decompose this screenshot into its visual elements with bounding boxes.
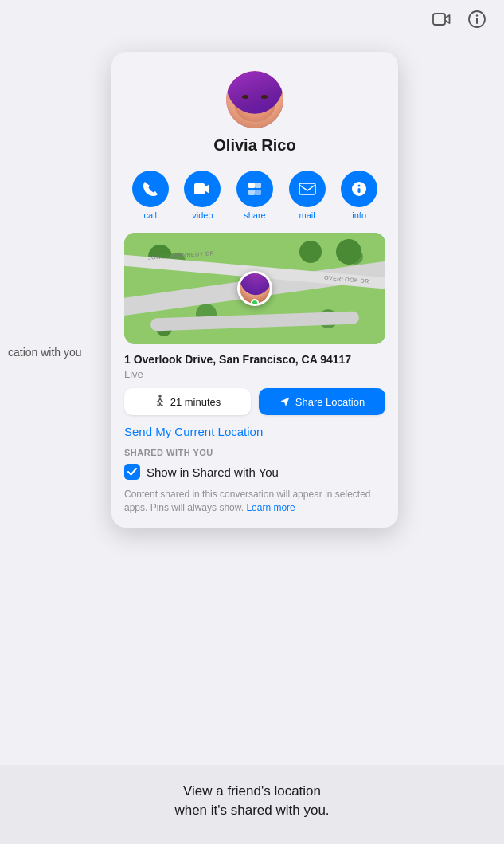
contact-name: Olivia Rico bbox=[213, 136, 295, 155]
checkbox-row: Show in Shared with You bbox=[124, 464, 385, 480]
map-background: JOHN F. KENNEDY DR OVERLOOK DR bbox=[124, 233, 385, 344]
mail-icon-circle bbox=[289, 171, 326, 207]
call-icon-circle bbox=[132, 171, 169, 207]
tree-3 bbox=[299, 241, 322, 263]
learn-more-link[interactable]: Learn more bbox=[246, 502, 295, 513]
mail-button[interactable]: mail bbox=[289, 171, 326, 220]
share-icon-circle bbox=[236, 171, 273, 207]
tree-5 bbox=[336, 239, 361, 265]
walking-icon bbox=[154, 395, 166, 409]
facetime-icon[interactable] bbox=[431, 8, 453, 30]
share-label: share bbox=[244, 210, 266, 220]
mail-label: mail bbox=[299, 210, 315, 220]
walking-time-label: 21 minutes bbox=[170, 396, 221, 408]
call-label: call bbox=[144, 210, 158, 220]
map-avatar-pin bbox=[237, 271, 272, 306]
video-label: video bbox=[192, 210, 213, 220]
info-icon-circle bbox=[341, 171, 377, 207]
annotation-section: View a friend's locationwhen it's shared… bbox=[0, 744, 504, 820]
location-info: 1 Overlook Drive, San Francisco, CA 9411… bbox=[111, 344, 398, 380]
show-in-shared-checkbox[interactable] bbox=[124, 464, 140, 480]
checkmark-icon bbox=[127, 468, 137, 476]
call-button[interactable]: call bbox=[132, 171, 169, 220]
svg-rect-9 bbox=[299, 183, 315, 194]
bg-callout-text: cation with you bbox=[0, 343, 90, 362]
info-label: info bbox=[352, 210, 366, 220]
annotation-text: View a friend's locationwhen it's shared… bbox=[174, 782, 329, 820]
location-live-status: Live bbox=[124, 368, 385, 380]
video-button[interactable]: video bbox=[184, 171, 221, 220]
contact-card: Olivia Rico call video bbox=[111, 52, 398, 528]
share-location-icon bbox=[279, 396, 291, 407]
svg-rect-7 bbox=[248, 190, 255, 195]
show-in-shared-label: Show in Shared with You bbox=[147, 465, 279, 479]
location-address: 1 Overlook Drive, San Francisco, CA 9411… bbox=[124, 352, 385, 367]
map-live-dot bbox=[251, 299, 259, 306]
info-button[interactable]: info bbox=[341, 171, 377, 220]
share-button[interactable]: share bbox=[236, 171, 273, 220]
annotation-line bbox=[252, 744, 252, 775]
walking-time-button[interactable]: 21 minutes bbox=[124, 388, 251, 415]
share-location-button[interactable]: Share Location bbox=[259, 388, 385, 415]
svg-point-13 bbox=[158, 395, 162, 398]
svg-rect-6 bbox=[255, 183, 261, 188]
video-icon-circle bbox=[184, 171, 221, 207]
avatar-section: Olivia Rico bbox=[111, 52, 398, 164]
footer-text: Content shared in this conversation will… bbox=[124, 488, 385, 515]
svg-rect-5 bbox=[248, 183, 255, 188]
shared-with-you-section: SHARED WITH YOU Show in Shared with You bbox=[124, 448, 385, 480]
map-container[interactable]: JOHN F. KENNEDY DR OVERLOOK DR bbox=[124, 233, 385, 344]
svg-rect-12 bbox=[358, 188, 361, 193]
action-row: call video share bbox=[111, 164, 398, 233]
svg-point-3 bbox=[476, 14, 478, 16]
svg-rect-4 bbox=[194, 183, 205, 194]
memoji-face bbox=[226, 71, 283, 128]
top-bar bbox=[431, 8, 488, 30]
share-location-label: Share Location bbox=[295, 396, 365, 408]
avatar bbox=[226, 71, 283, 128]
location-btn-row: 21 minutes Share Location bbox=[111, 380, 398, 415]
svg-rect-0 bbox=[433, 14, 445, 25]
svg-point-11 bbox=[358, 185, 361, 187]
shared-with-you-label: SHARED WITH YOU bbox=[124, 448, 385, 457]
info-icon[interactable] bbox=[466, 8, 488, 30]
send-current-location-link[interactable]: Send My Current Location bbox=[124, 425, 385, 438]
svg-rect-8 bbox=[255, 190, 261, 195]
